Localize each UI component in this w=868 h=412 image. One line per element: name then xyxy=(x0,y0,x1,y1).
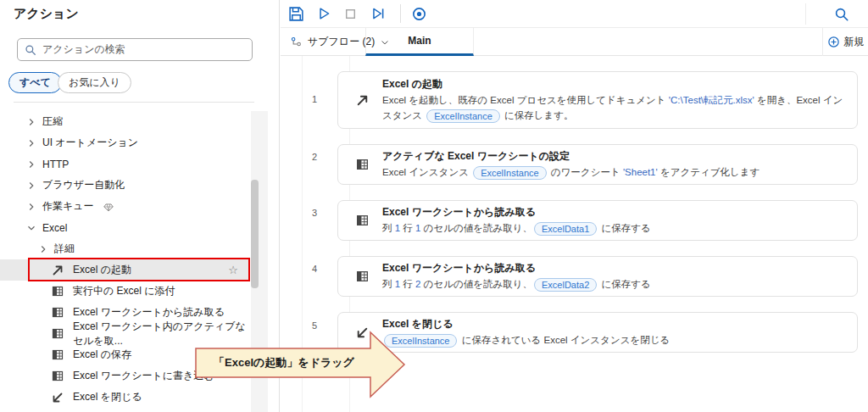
tree-label: ブラウザー自動化 xyxy=(42,178,125,192)
action-description: ExcelInstance に保存されている Excel インスタンスを閉じる xyxy=(382,333,670,348)
chevron-right-icon[interactable] xyxy=(37,243,49,255)
tree-label: Excel ワークシートから読み取る xyxy=(73,305,225,320)
action-card-set-active-worksheet[interactable]: アクティブな Excel ワークシートの設定 Excel インスタンス Exce… xyxy=(337,144,858,185)
tab-main[interactable]: Main xyxy=(365,28,474,56)
close-arrow-icon xyxy=(51,391,65,404)
actions-panel-title: アクション xyxy=(14,6,79,22)
tree-group-excel[interactable]: Excel xyxy=(0,217,250,238)
favorite-star-icon[interactable]: ☆ xyxy=(228,264,238,276)
variable-pill: ExcelData2 xyxy=(534,278,597,292)
subflow-tab-bar: サブフロー (2) Main 新規 xyxy=(281,28,868,56)
excel-worksheet-icon xyxy=(355,158,374,171)
tree-label: UI オートメーション xyxy=(42,136,138,150)
filter-favorites-button[interactable]: お気に入り xyxy=(58,72,131,93)
search-icon xyxy=(25,44,36,56)
stop-button[interactable] xyxy=(339,3,362,25)
action-description: Excel インスタンス ExcelInstance のワークシート 'Shee… xyxy=(382,165,760,181)
action-search-input[interactable]: アクションの検索 xyxy=(17,38,253,61)
panel-divider xyxy=(14,102,254,103)
launch-arrow-icon xyxy=(51,264,65,277)
value-text: 'Sheet1' xyxy=(623,167,658,177)
launch-arrow-icon xyxy=(355,93,374,108)
variable-pill: ExcelData1 xyxy=(534,222,597,236)
app-window: アクション アクションの検索 すべて お気に入り 圧縮 UI オートメーション xyxy=(0,0,868,412)
toolbar-separator xyxy=(805,3,806,25)
value-text: 'C:\Test\転記元.xlsx' xyxy=(669,95,754,105)
new-subflow-button[interactable]: 新規 xyxy=(822,28,868,56)
excel-worksheet-icon xyxy=(51,327,65,341)
tree-item-launch-excel[interactable]: Excel の起動 ☆ xyxy=(0,259,250,281)
drag-callout-text: 「Excelの起動」をドラッグ xyxy=(200,349,368,376)
action-card-read-from-worksheet[interactable]: Excel ワークシートから読み取る 列 1 行 2 のセルの値を読み取り、Ex… xyxy=(337,256,858,297)
tree-label: 実行中の Excel に添付 xyxy=(73,284,175,298)
run-button[interactable] xyxy=(312,3,335,25)
toolbar-separator xyxy=(400,4,401,23)
action-card-close-excel[interactable]: Excel を閉じる ExcelInstance に保存されている Excel … xyxy=(337,312,858,353)
filter-all-label: すべて xyxy=(19,75,51,90)
action-card-launch-excel[interactable]: Excel の起動 Excel を起動し、既存の Excel プロセスを使用して… xyxy=(337,71,858,129)
action-description: 列 1 行 1 のセルの値を読み取り、ExcelData1 に保存する xyxy=(382,221,651,237)
tree-label: Excel の保存 xyxy=(73,348,131,362)
tree-label: 詳細 xyxy=(54,242,75,256)
search-placeholder: アクションの検索 xyxy=(42,42,125,57)
tab-main-label: Main xyxy=(408,35,431,47)
tree-group-browser-automation[interactable]: ブラウザー自動化 xyxy=(0,175,250,196)
tree-label: Excel の起動 xyxy=(73,263,131,277)
chevron-right-icon[interactable] xyxy=(25,116,37,128)
subflow-icon xyxy=(291,36,303,48)
tree-label: 作業キュー xyxy=(42,199,94,214)
action-title: Excel を閉じる xyxy=(382,317,670,331)
step-number: 3 xyxy=(303,208,326,218)
action-title: Excel の起動 xyxy=(382,77,845,92)
filter-all-button[interactable]: すべて xyxy=(8,72,62,93)
action-description: Excel を起動し、既存の Excel プロセスを使用してドキュメント 'C:… xyxy=(382,93,845,124)
search-flow-button[interactable] xyxy=(830,3,853,25)
action-card-read-from-worksheet[interactable]: Excel ワークシートから読み取る 列 1 行 1 のセルの値を読み取り、Ex… xyxy=(337,200,858,241)
excel-worksheet-icon xyxy=(355,214,374,227)
chevron-right-icon[interactable] xyxy=(25,180,37,192)
tree-label: Excel を閉じる xyxy=(73,390,142,404)
panel-scrollbar-thumb[interactable] xyxy=(251,180,259,288)
tree-group-ui-automation[interactable]: UI オートメーション xyxy=(0,132,250,153)
tree-group-http[interactable]: HTTP xyxy=(0,153,250,175)
step-number: 2 xyxy=(303,152,326,162)
save-button[interactable] xyxy=(285,3,308,25)
action-title: Excel ワークシートから読み取る xyxy=(382,205,651,220)
step-number: 1 xyxy=(303,94,326,104)
action-title: アクティブな Excel ワークシートの設定 xyxy=(382,149,760,164)
flow-toolbar xyxy=(281,0,868,28)
excel-worksheet-icon xyxy=(355,270,374,283)
chevron-right-icon[interactable] xyxy=(25,137,37,149)
filter-favorites-label: お気に入り xyxy=(69,75,120,90)
record-button[interactable] xyxy=(408,3,431,25)
action-title: Excel ワークシートから読み取る xyxy=(382,261,651,276)
chevron-down-icon[interactable] xyxy=(25,222,37,234)
excel-worksheet-icon xyxy=(51,285,65,298)
variable-pill: ExcelInstance xyxy=(473,166,546,180)
action-description: 列 1 行 2 のセルの値を読み取り、ExcelData2 に保存する xyxy=(382,277,651,292)
chevron-right-icon[interactable] xyxy=(25,159,37,170)
tree-item-attach-running-excel[interactable]: 実行中の Excel に添付 xyxy=(0,281,250,302)
tree-label: 圧縮 xyxy=(42,114,63,129)
excel-worksheet-icon xyxy=(51,370,65,383)
run-next-action-button[interactable] xyxy=(366,3,389,25)
tree-label: HTTP xyxy=(42,159,69,170)
excel-worksheet-icon xyxy=(51,348,65,362)
chevron-right-icon[interactable] xyxy=(25,201,37,213)
new-subflow-label: 新規 xyxy=(844,35,865,49)
step-number: 4 xyxy=(303,264,326,274)
variable-pill: ExcelInstance xyxy=(426,109,499,123)
tree-group-compression[interactable]: 圧縮 xyxy=(0,111,250,132)
plus-circle-icon xyxy=(827,36,840,48)
tree-group-excel-advanced[interactable]: 詳細 xyxy=(0,238,250,259)
tree-group-work-queues[interactable]: 作業キュー xyxy=(0,196,250,217)
premium-gem-icon xyxy=(103,201,114,213)
excel-worksheet-icon xyxy=(51,306,65,320)
tree-label: Excel xyxy=(42,222,67,234)
